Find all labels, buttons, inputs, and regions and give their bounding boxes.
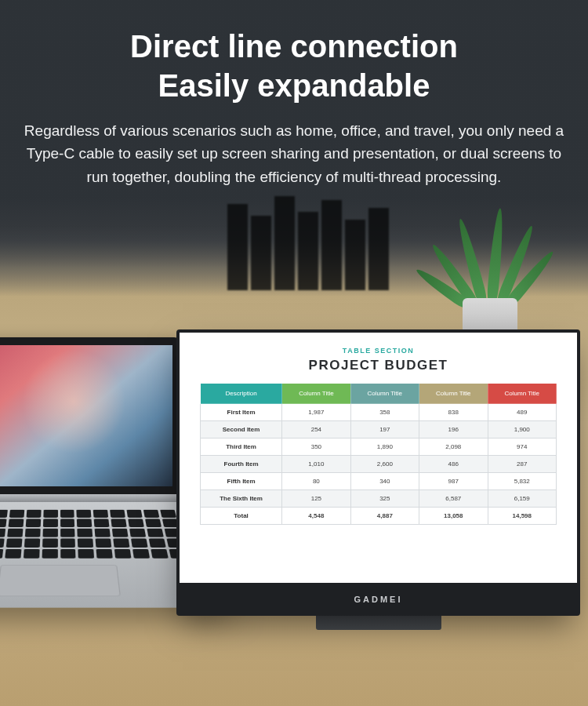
hero-title-line1: Direct line connection [130, 29, 458, 64]
table-row: Third Item3501,8902,098974 [201, 439, 557, 456]
monitor-screen: TABLE SECTION PROJECT BUDGET Description… [180, 333, 577, 583]
table-cell: 80 [282, 473, 350, 490]
monitor-brand-label: GADMEI [176, 583, 580, 616]
table-cell: 287 [488, 456, 556, 473]
table-cell: 4,887 [350, 508, 419, 525]
table-cell: 13,058 [419, 508, 488, 525]
table-cell: 325 [350, 490, 419, 508]
table-cell: 350 [282, 439, 350, 456]
table-row: Fifth Item803409875,832 [201, 473, 557, 490]
scene-background: Direct line connection Easily expandable… [0, 0, 588, 706]
table-cell: 196 [419, 421, 488, 439]
table-cell: 974 [488, 439, 556, 456]
table-body: First Item1,987358838489Second Item25419… [201, 404, 557, 525]
table-row: First Item1,987358838489 [201, 404, 557, 421]
table-cell: 5,832 [488, 473, 556, 490]
plant-decor [423, 200, 557, 341]
budget-table: Description Column Title Column Title Co… [200, 383, 557, 525]
table-header-row: Description Column Title Column Title Co… [201, 384, 557, 404]
col-header: Description [201, 384, 282, 404]
laptop-wallpaper [0, 345, 172, 486]
portable-monitor: TABLE SECTION PROJECT BUDGET Description… [176, 329, 580, 616]
table-cell: 2,600 [350, 456, 419, 473]
table-cell: 340 [350, 473, 419, 490]
sheet-section-label: TABLE SECTION [343, 347, 414, 355]
laptop-trackpad [0, 565, 121, 596]
col-header: Column Title [419, 384, 488, 404]
table-cell: 125 [282, 490, 350, 508]
table-cell: 197 [350, 421, 419, 439]
spreadsheet: TABLE SECTION PROJECT BUDGET Description… [180, 333, 577, 583]
table-cell: 1,900 [488, 421, 556, 439]
table-cell: 1,890 [350, 439, 419, 456]
laptop-screen [0, 337, 180, 494]
table-cell: 2,098 [419, 439, 488, 456]
col-header: Column Title [488, 384, 556, 404]
table-cell: 486 [419, 456, 488, 473]
table-cell: Fifth Item [201, 473, 282, 490]
table-row: Total4,5484,88713,05814,598 [201, 508, 557, 525]
bookshelf-decor [227, 188, 431, 290]
table-cell: Fourth Item [201, 456, 282, 473]
table-cell: Total [201, 508, 282, 525]
hero-body: Regardless of various scenarios such as … [20, 119, 568, 188]
hero-text-block: Direct line connection Easily expandable… [0, 0, 588, 188]
table-cell: 4,548 [282, 508, 350, 525]
table-cell: 1,987 [282, 404, 350, 421]
table-row: Second Item2541971961,900 [201, 421, 557, 439]
table-row: Fourth Item1,0102,600486287 [201, 456, 557, 473]
hero-title: Direct line connection Easily expandable [20, 27, 568, 105]
table-row: The Sixth Item1253256,5876,159 [201, 490, 557, 508]
table-cell: 254 [282, 421, 350, 439]
laptop-keyboard [0, 510, 188, 562]
table-cell: 358 [350, 404, 419, 421]
monitor-stand [316, 616, 441, 630]
sheet-title: PROJECT BUDGET [309, 358, 448, 373]
table-cell: 14,598 [488, 508, 556, 525]
table-cell: Third Item [201, 439, 282, 456]
laptop-hinge [0, 494, 184, 502]
hero-title-line2: Easily expandable [158, 68, 430, 103]
table-cell: 987 [419, 473, 488, 490]
table-cell: Second Item [201, 421, 282, 439]
table-cell: First Item [201, 404, 282, 421]
col-header: Column Title [350, 384, 419, 404]
table-cell: 6,159 [488, 490, 556, 508]
table-cell: 1,010 [282, 456, 350, 473]
col-header: Column Title [282, 384, 350, 404]
table-cell: The Sixth Item [201, 490, 282, 508]
table-cell: 838 [419, 404, 488, 421]
laptop [0, 337, 196, 663]
table-cell: 6,587 [419, 490, 488, 508]
table-cell: 489 [488, 404, 556, 421]
